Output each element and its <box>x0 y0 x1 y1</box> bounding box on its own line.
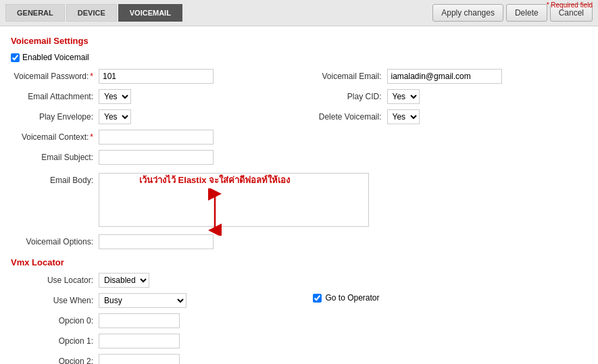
use-locator-label: Use Locator: <box>11 276 99 285</box>
subject-input[interactable] <box>99 150 214 165</box>
play-cid-row: Play CID: Yes No <box>299 89 588 104</box>
email-body-label: Email Body: <box>11 173 99 185</box>
context-row: Voicemail Context:* <box>11 130 299 145</box>
tab-voicemail[interactable]: VOICEMAIL <box>118 4 182 22</box>
go-to-operator-row: Go to Operator <box>299 273 588 303</box>
voicemail-options-label: Voicemail Options: <box>11 237 99 246</box>
delete-voicemail-row: Delete Voicemail: Yes No <box>299 109 588 124</box>
play-cid-label: Play CID: <box>299 92 387 101</box>
tab-general[interactable]: GENERAL <box>5 4 65 22</box>
subject-row: Email Subject: <box>11 150 299 165</box>
delete-voicemail-label: Delete Voicemail: <box>299 112 387 122</box>
go-to-operator-label: Go to Operator <box>326 293 380 303</box>
vmx-grid: Use Locator: Disabled Enabled Use When: … <box>11 273 587 364</box>
enabled-voicemail-row: Enabled Voicemail <box>11 53 587 62</box>
password-row: Voicemail Password:* <box>11 69 299 84</box>
subject-label: Email Subject: <box>11 153 99 162</box>
email-input[interactable] <box>387 69 502 84</box>
play-envelope-label: Play Envelope: <box>11 112 99 122</box>
use-when-label: Use When: <box>11 296 99 305</box>
opcion0-row: Opcion 0: <box>11 313 299 328</box>
password-input[interactable] <box>99 69 214 84</box>
attachment-label: Email Attachment: <box>11 92 99 101</box>
enabled-voicemail-checkbox[interactable] <box>11 53 20 62</box>
email-label: Voicemail Email: <box>299 72 387 81</box>
use-when-select[interactable]: Busy No Answer Unavailable <box>99 293 186 308</box>
enabled-voicemail-label: Enabled Voicemail <box>22 53 89 62</box>
opcion0-label: Opcion 0: <box>11 316 99 326</box>
use-locator-select[interactable]: Disabled Enabled <box>99 273 149 288</box>
opcion1-row: Opcion 1: <box>11 334 299 348</box>
opcion0-input[interactable] <box>99 313 180 328</box>
opcion2-label: Opcion 2: <box>11 357 99 364</box>
context-label: Voicemail Context:* <box>11 132 99 142</box>
email-body-row: Email Body: เว้นว่างไว้ Elastix จะใส่ค่า… <box>11 173 587 229</box>
email-body-textarea[interactable] <box>99 173 369 227</box>
opcion1-label: Opcion 1: <box>11 336 99 346</box>
top-bar: GENERAL DEVICE VOICEMAIL * Required fiel… <box>0 0 598 26</box>
required-note: * Required field <box>547 1 593 9</box>
content-area: Voicemail Settings Enabled Voicemail Voi… <box>0 26 598 364</box>
use-locator-row: Use Locator: Disabled Enabled <box>11 273 299 288</box>
voicemail-form-grid: Voicemail Password:* Email Attachment: Y… <box>11 69 587 170</box>
context-input[interactable] <box>99 130 214 145</box>
use-when-row: Use When: Busy No Answer Unavailable <box>11 293 299 308</box>
password-label: Voicemail Password:* <box>11 72 99 81</box>
voicemail-options-input[interactable] <box>99 234 214 249</box>
voicemail-settings-title: Voicemail Settings <box>11 36 587 46</box>
play-envelope-row: Play Envelope: Yes No <box>11 109 299 124</box>
opcion2-input[interactable] <box>99 354 180 364</box>
opcion1-input[interactable] <box>99 334 180 348</box>
voicemail-options-row: Voicemail Options: <box>11 234 587 249</box>
apply-changes-button[interactable]: Apply changes <box>432 4 503 22</box>
vmx-section-title: Vmx Locator <box>11 257 587 267</box>
opcion2-row: Opcion 2: <box>11 354 299 364</box>
delete-button[interactable]: Delete <box>506 4 547 22</box>
attachment-select[interactable]: Yes No <box>99 89 131 104</box>
play-cid-select[interactable]: Yes No <box>387 89 420 104</box>
tab-device[interactable]: DEVICE <box>66 4 117 22</box>
play-envelope-select[interactable]: Yes No <box>99 109 131 124</box>
attachment-row: Email Attachment: Yes No <box>11 89 299 104</box>
email-row: Voicemail Email: <box>299 69 588 84</box>
go-to-operator-checkbox[interactable] <box>313 294 322 303</box>
delete-voicemail-select[interactable]: Yes No <box>387 109 420 124</box>
